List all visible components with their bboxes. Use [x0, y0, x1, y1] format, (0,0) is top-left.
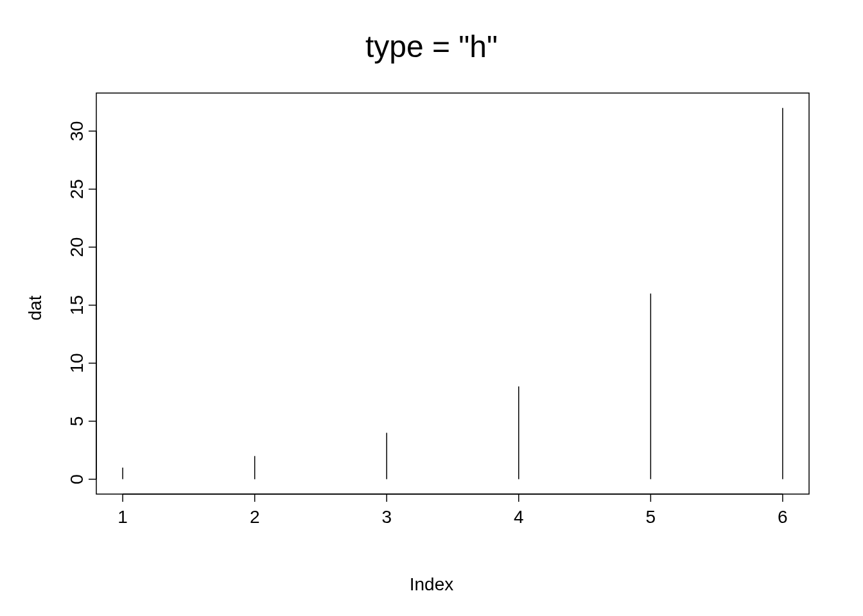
x-tick-label: 4	[514, 507, 524, 527]
chart-svg: 123456051015202530	[0, 0, 863, 616]
y-tick-label: 20	[67, 237, 87, 257]
y-tick-label: 5	[67, 416, 87, 427]
plot-box	[96, 93, 809, 494]
x-tick-label: 3	[381, 507, 392, 527]
y-tick-label: 30	[67, 121, 87, 141]
x-tick-label: 2	[250, 507, 260, 527]
y-tick-label: 15	[67, 295, 87, 315]
x-tick-label: 6	[778, 507, 788, 527]
x-tick-label: 1	[118, 507, 128, 527]
y-tick-label: 10	[67, 353, 87, 373]
chart-container: type = "h" dat Index 123456051015202530	[0, 0, 863, 616]
x-tick-label: 5	[646, 507, 656, 527]
y-tick-label: 25	[67, 179, 87, 199]
y-tick-label: 0	[67, 474, 87, 484]
